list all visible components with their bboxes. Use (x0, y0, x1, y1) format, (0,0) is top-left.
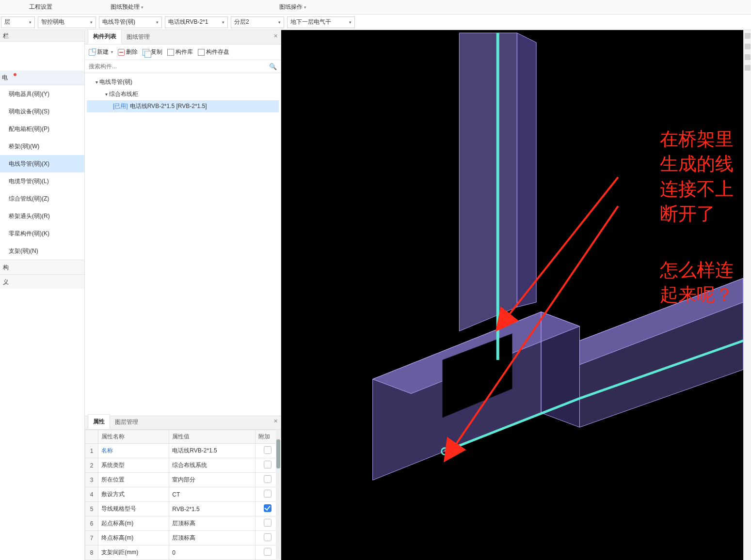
row-number: 6 (85, 516, 98, 531)
status-dot-icon (14, 73, 16, 76)
prop-value[interactable]: 层顶标高 (169, 531, 255, 545)
new-icon (89, 49, 96, 56)
search-input[interactable] (85, 60, 281, 73)
tab-component-list[interactable]: 构件列表 (88, 29, 122, 44)
toolstrip-icon[interactable] (745, 65, 751, 71)
checkbox[interactable] (264, 490, 272, 498)
left-navigator: 栏 电 弱电器具(弱)(Y) 弱电设备(弱)(S) 配电箱柜(弱)(P) 桥架(… (0, 30, 85, 560)
close-icon[interactable]: ✕ (273, 418, 278, 424)
tab-properties[interactable]: 属性 (88, 414, 110, 429)
prop-value[interactable]: RVB-2*1.5 (169, 502, 255, 516)
tree-leaf[interactable]: [已用]电话线RVB-2*1.5 [RVB-2*1.5] (87, 100, 279, 112)
table-row[interactable]: 1名称电话线RVB-2*1.5 (85, 444, 281, 458)
tab-drawing-manage[interactable]: 图纸管理 (122, 30, 155, 44)
prop-name: 终点标高(m) (98, 531, 169, 545)
dropdown-cable[interactable]: 电话线RVB-2*1▾ (165, 16, 228, 28)
checkbox[interactable] (264, 475, 272, 483)
new-button[interactable]: 新建▾ (89, 48, 113, 56)
svg-marker-1 (517, 33, 536, 307)
table-header: 属性名称 (98, 430, 169, 444)
dropdown-component-type[interactable]: 电线导管(弱)▾ (99, 16, 162, 28)
prop-name: 敷设方式 (98, 487, 169, 502)
row-number: 1 (85, 444, 98, 458)
table-row[interactable]: 3所在位置室内部分 (85, 473, 281, 487)
row-number: 7 (85, 531, 98, 545)
viewport-3d[interactable]: 在桥架里 生成的线 连接不上 断开了 怎么样连 起来呢？ (281, 30, 743, 560)
search-icon[interactable]: 🔍 (269, 63, 277, 70)
left-footer-item[interactable]: 构 (0, 260, 84, 274)
copy-button[interactable]: 复制 (143, 48, 162, 56)
prop-value[interactable]: 综合布线系统 (169, 458, 255, 473)
nav-item[interactable]: 弱电设备(弱)(S) (0, 103, 84, 120)
table-row[interactable]: 2系统类型综合布线系统 (85, 458, 281, 473)
dropdown-floor[interactable]: 层▾ (1, 16, 35, 28)
checkbox[interactable] (264, 519, 272, 527)
nav-list: 弱电器具(弱)(Y) 弱电设备(弱)(S) 配电箱柜(弱)(P) 桥架(弱)(W… (0, 85, 84, 260)
nav-item[interactable]: 综合管线(弱)(Z) (0, 190, 84, 207)
checkbox[interactable] (264, 504, 272, 512)
prop-value[interactable]: 层顶标高 (169, 516, 255, 531)
dropdown-layer[interactable]: 分层2▾ (231, 16, 284, 28)
row-number: 2 (85, 458, 98, 473)
dropdown-system[interactable]: 智控弱电▾ (38, 16, 96, 28)
tray-junction (373, 312, 580, 480)
tree-node[interactable]: ▾电线导管(弱) (87, 76, 279, 88)
checkbox[interactable] (264, 548, 272, 556)
table-row[interactable]: 8支架间距(mm)0 (85, 545, 281, 560)
properties-table: 属性名称 属性值 附加 1名称电话线RVB-2*1.52系统类型综合布线系统3所… (85, 430, 281, 560)
checkbox[interactable] (264, 533, 272, 541)
table-row[interactable]: 6起点标高(m)层顶标高 (85, 516, 281, 531)
chevron-down-icon: ▾ (29, 20, 32, 25)
nav-item[interactable]: 配电箱柜(弱)(P) (0, 120, 84, 138)
caret-down-icon: ▾ (103, 92, 109, 97)
row-number: 4 (85, 487, 98, 502)
toolstrip-icon[interactable] (745, 44, 751, 49)
nav-item[interactable]: 桥架通头(弱)(R) (0, 207, 84, 225)
menubar: 工程设置 图纸预处理▾ 图纸操作▾ (0, 0, 751, 15)
tree-node[interactable]: ▾综合布线柜 (87, 88, 279, 100)
checkbox[interactable] (264, 446, 272, 454)
prop-value[interactable]: CT (169, 487, 255, 502)
scrollbar-thumb[interactable] (276, 439, 280, 468)
table-row[interactable]: 5导线规格型号RVB-2*1.5 (85, 502, 281, 516)
nav-item[interactable]: 电缆导管(弱)(L) (0, 172, 84, 190)
chevron-down-icon: ▾ (304, 5, 306, 10)
menu-drawing-preprocess[interactable]: 图纸预处理▾ (81, 3, 173, 11)
dropdown-drawing[interactable]: 地下一层电气干▾ (287, 16, 355, 28)
table-row[interactable]: 4敷设方式CT (85, 487, 281, 502)
right-toolstrip (743, 30, 751, 560)
nav-item[interactable]: 桥架(弱)(W) (0, 138, 84, 155)
menu-drawing-operate[interactable]: 图纸操作▾ (173, 3, 336, 11)
annotation-text: 在桥架里 生成的线 连接不上 断开了 (660, 127, 734, 226)
left-footer-item[interactable]: 义 (0, 274, 84, 289)
component-toolbar: 新建▾ 删除 复制 构件库 构件存盘 (85, 45, 281, 60)
nav-item[interactable]: 支架(弱)(N) (0, 242, 84, 260)
save-button[interactable]: 构件存盘 (198, 48, 229, 56)
checkbox[interactable] (264, 461, 272, 468)
left-section-header[interactable]: 电 (0, 71, 84, 85)
prop-name: 名称 (98, 444, 169, 458)
toolstrip-icon[interactable] (745, 33, 751, 39)
scrollbar[interactable] (276, 430, 281, 560)
nav-item[interactable]: 弱电器具(弱)(Y) (0, 85, 84, 103)
library-icon (167, 49, 174, 56)
delete-button[interactable]: 删除 (118, 48, 138, 56)
tab-layer-manage[interactable]: 图层管理 (110, 415, 143, 429)
toolstrip-icon[interactable] (745, 54, 751, 60)
row-number: 3 (85, 473, 98, 487)
prop-value[interactable]: 室内部分 (169, 473, 255, 487)
nav-item[interactable]: 电线导管(弱)(X) (0, 155, 84, 172)
library-button[interactable]: 构件库 (167, 48, 193, 56)
close-icon[interactable]: ✕ (273, 33, 278, 39)
chevron-down-icon: ▾ (90, 20, 93, 25)
prop-tabs: 属性 图层管理 ✕ (85, 416, 281, 430)
prop-value[interactable]: 0 (169, 545, 255, 560)
menu-project-settings[interactable]: 工程设置 (0, 3, 81, 11)
search-box: 🔍 (85, 60, 281, 73)
nav-item[interactable]: 零星构件(弱)(K) (0, 225, 84, 242)
row-number: 8 (85, 545, 98, 560)
svg-marker-0 (459, 33, 517, 331)
prop-value[interactable]: 电话线RVB-2*1.5 (169, 444, 255, 458)
table-row[interactable]: 7终点标高(m)层顶标高 (85, 531, 281, 545)
chevron-down-icon: ▾ (141, 5, 144, 10)
